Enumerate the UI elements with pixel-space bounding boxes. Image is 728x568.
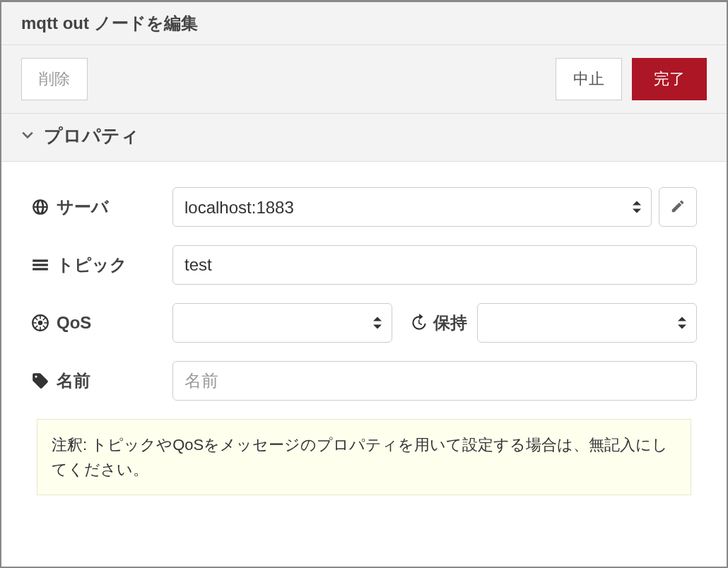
panel-header: mqtt out ノードを編集: [1, 2, 727, 45]
done-button[interactable]: 完了: [632, 58, 707, 100]
topic-input[interactable]: [172, 245, 697, 285]
delete-button[interactable]: 削除: [21, 58, 88, 100]
topic-row: トピック: [31, 245, 697, 285]
history-icon: [409, 314, 428, 332]
qos-select[interactable]: [172, 303, 392, 343]
list-icon: [31, 256, 49, 274]
section-header[interactable]: プロパティ: [1, 114, 727, 162]
tag-icon: [31, 372, 49, 390]
svg-rect-0: [33, 259, 48, 261]
server-label: サーバ: [57, 196, 109, 218]
svg-rect-2: [33, 268, 48, 270]
name-row: 名前: [31, 361, 697, 401]
svg-line-12: [35, 326, 37, 329]
edit-server-button[interactable]: [659, 187, 697, 227]
svg-rect-1: [33, 264, 48, 266]
name-label: 名前: [57, 369, 90, 392]
note-box: 注釈: トピックやQoSをメッセージのプロパティを用いて設定する場合は、無記入に…: [37, 419, 691, 495]
pencil-icon: [670, 199, 686, 216]
retain-label: 保持: [433, 312, 467, 334]
chevron-down-icon: [21, 129, 34, 144]
server-select[interactable]: localhost:1883: [172, 187, 652, 227]
form-body: サーバ localhost:1883: [1, 162, 727, 509]
svg-line-11: [43, 317, 46, 320]
cancel-button[interactable]: 中止: [556, 58, 622, 100]
qos-label: QoS: [57, 313, 91, 333]
topic-label: トピック: [57, 254, 127, 276]
retain-select[interactable]: [477, 303, 697, 343]
globe-icon: [31, 198, 49, 216]
svg-line-10: [43, 326, 46, 329]
section-title: プロパティ: [44, 124, 139, 148]
toolbar: 削除 中止 完了: [1, 45, 727, 114]
svg-line-9: [35, 317, 37, 320]
qos-row: QoS 保持: [31, 303, 697, 343]
svg-point-4: [38, 321, 43, 326]
empire-icon: [31, 314, 49, 332]
panel-title: mqtt out ノードを編集: [21, 13, 198, 32]
server-row: サーバ localhost:1883: [31, 187, 697, 227]
name-input[interactable]: [172, 361, 697, 401]
